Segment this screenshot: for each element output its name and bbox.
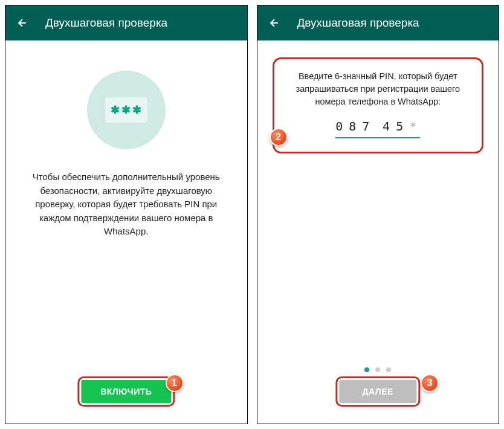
star-icon: ✱	[111, 103, 120, 117]
pin-prompt: Введите 6-значный PIN, который будет зап…	[286, 70, 470, 108]
pin-input[interactable]: 0 8 7 4 5 *	[335, 119, 420, 138]
description: Чтобы обеспечить дополнительный уровень …	[18, 170, 235, 239]
screen-body: ✱ ✱ ✱ Чтобы обеспечить дополнительный ур…	[5, 40, 247, 424]
pin-digit: 5	[396, 119, 407, 134]
pin-digit: 7	[362, 119, 373, 134]
app-header: Двухшаговая проверка	[5, 5, 247, 40]
enable-button[interactable]: ВКЛЮЧИТЬ	[81, 380, 171, 403]
security-icon-circle: ✱ ✱ ✱	[87, 71, 166, 149]
app-header: Двухшаговая проверка	[257, 5, 499, 40]
password-icon: ✱ ✱ ✱	[105, 97, 147, 123]
screen-1-intro: Двухшаговая проверка ✱ ✱ ✱ Чтобы обеспеч…	[5, 5, 248, 424]
star-icon: ✱	[132, 103, 141, 117]
header-title: Двухшаговая проверка	[45, 16, 167, 30]
page-dot	[386, 367, 391, 372]
button-highlight-box: ВКЛЮЧИТЬ	[77, 376, 175, 407]
pin-digit-masked: *	[409, 119, 420, 134]
pin-digit: 0	[335, 119, 346, 134]
screen-body: Введите 6-значный PIN, который будет зап…	[257, 40, 499, 424]
pin-digit: 8	[349, 119, 360, 134]
star-icon: ✱	[121, 103, 131, 117]
pin-entry-section: Введите 6-значный PIN, который будет зап…	[273, 57, 484, 153]
button-highlight-box: ДАЛЕЕ	[336, 376, 420, 407]
header-title: Двухшаговая проверка	[297, 16, 419, 30]
pin-digit: 4	[383, 119, 393, 134]
callout-badge-3: 3	[421, 374, 439, 392]
screen-2-pin: Двухшаговая проверка Введите 6-значный P…	[257, 5, 500, 424]
back-arrow-icon[interactable]	[16, 17, 28, 29]
page-indicator	[364, 367, 391, 372]
page-dot	[375, 367, 380, 372]
back-arrow-icon[interactable]	[268, 17, 280, 29]
page-dot-active	[364, 367, 369, 372]
callout-badge-2: 2	[270, 128, 288, 146]
callout-badge-1: 1	[166, 374, 184, 392]
next-button[interactable]: ДАЛЕЕ	[340, 380, 416, 403]
